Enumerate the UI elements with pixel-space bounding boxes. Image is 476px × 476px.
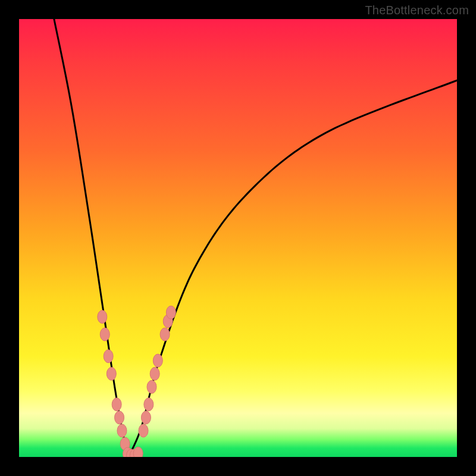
data-marker	[104, 350, 113, 363]
bottleneck-curve	[54, 19, 457, 457]
outer-frame: TheBottleneck.com	[0, 0, 476, 476]
data-marker	[100, 328, 109, 341]
data-marker	[153, 354, 162, 367]
data-marker	[144, 398, 154, 411]
data-marker	[160, 328, 170, 341]
data-marker	[141, 411, 151, 424]
data-marker	[117, 424, 127, 437]
data-marker	[133, 447, 143, 457]
data-marker	[166, 306, 176, 319]
data-marker	[147, 380, 156, 393]
watermark-text: TheBottleneck.com	[365, 4, 469, 17]
plot-area	[19, 19, 457, 457]
data-markers	[98, 306, 176, 457]
curve-branch	[54, 19, 129, 457]
data-marker	[150, 367, 159, 380]
data-marker	[112, 398, 121, 411]
data-marker	[107, 367, 116, 380]
data-marker	[98, 310, 107, 323]
curve-layer	[19, 19, 457, 457]
data-marker	[115, 411, 124, 424]
data-marker	[139, 424, 148, 437]
curve-branch	[129, 80, 457, 457]
